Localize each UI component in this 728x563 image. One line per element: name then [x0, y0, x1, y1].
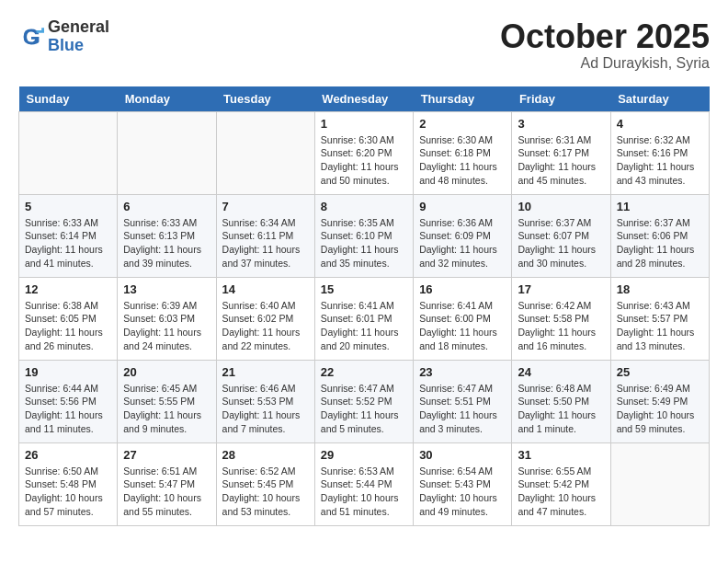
day-info: Sunrise: 6:46 AM Sunset: 5:53 PM Dayligh…: [222, 382, 309, 436]
calendar-cell: 16Sunrise: 6:41 AM Sunset: 6:00 PM Dayli…: [414, 277, 512, 360]
calendar-day-header: Thursday: [414, 86, 512, 112]
day-number: 24: [518, 365, 604, 379]
calendar-cell: [216, 111, 314, 194]
day-info: Sunrise: 6:39 AM Sunset: 6:03 PM Dayligh…: [123, 299, 210, 353]
month-title: October 2025: [500, 18, 710, 55]
day-number: 25: [617, 365, 703, 379]
calendar-cell: 9Sunrise: 6:36 AM Sunset: 6:09 PM Daylig…: [414, 194, 512, 277]
day-info: Sunrise: 6:31 AM Sunset: 6:17 PM Dayligh…: [518, 133, 604, 188]
day-info: Sunrise: 6:53 AM Sunset: 5:44 PM Dayligh…: [321, 465, 407, 519]
calendar-cell: [19, 111, 118, 194]
day-number: 22: [321, 365, 407, 379]
day-info: Sunrise: 6:48 AM Sunset: 5:50 PM Dayligh…: [518, 382, 604, 436]
day-number: 16: [419, 282, 506, 296]
day-info: Sunrise: 6:45 AM Sunset: 5:55 PM Dayligh…: [123, 382, 210, 436]
calendar-week-row: 26Sunrise: 6:50 AM Sunset: 5:48 PM Dayli…: [19, 442, 710, 525]
day-info: Sunrise: 6:52 AM Sunset: 5:45 PM Dayligh…: [222, 465, 309, 519]
calendar-table: SundayMondayTuesdayWednesdayThursdayFrid…: [18, 86, 710, 526]
calendar-cell: 20Sunrise: 6:45 AM Sunset: 5:55 PM Dayli…: [118, 360, 216, 442]
day-number: 31: [518, 448, 604, 462]
day-number: 18: [617, 282, 703, 296]
calendar-week-row: 12Sunrise: 6:38 AM Sunset: 6:05 PM Dayli…: [19, 277, 710, 360]
calendar-cell: 2Sunrise: 6:30 AM Sunset: 6:18 PM Daylig…: [414, 111, 512, 194]
day-info: Sunrise: 6:41 AM Sunset: 6:01 PM Dayligh…: [321, 299, 407, 353]
logo: General Blue: [18, 18, 109, 55]
calendar-cell: 8Sunrise: 6:35 AM Sunset: 6:10 PM Daylig…: [314, 194, 413, 277]
calendar-cell: 7Sunrise: 6:34 AM Sunset: 6:11 PM Daylig…: [216, 194, 314, 277]
calendar-header-row: SundayMondayTuesdayWednesdayThursdayFrid…: [19, 86, 710, 112]
title-block: October 2025 Ad Duraykish, Syria: [500, 18, 710, 72]
day-info: Sunrise: 6:51 AM Sunset: 5:47 PM Dayligh…: [123, 465, 210, 519]
day-number: 15: [321, 282, 407, 296]
calendar-cell: 11Sunrise: 6:37 AM Sunset: 6:06 PM Dayli…: [610, 194, 709, 277]
calendar-cell: 1Sunrise: 6:30 AM Sunset: 6:20 PM Daylig…: [314, 111, 413, 194]
day-info: Sunrise: 6:34 AM Sunset: 6:11 PM Dayligh…: [222, 216, 309, 270]
logo-blue: Blue: [48, 37, 109, 55]
day-number: 8: [321, 200, 407, 213]
calendar-cell: [610, 442, 709, 525]
calendar-cell: 24Sunrise: 6:48 AM Sunset: 5:50 PM Dayli…: [512, 360, 610, 442]
page-header: General Blue October 2025 Ad Duraykish, …: [18, 18, 710, 72]
calendar-week-row: 19Sunrise: 6:44 AM Sunset: 5:56 PM Dayli…: [19, 360, 710, 442]
day-info: Sunrise: 6:32 AM Sunset: 6:16 PM Dayligh…: [617, 133, 703, 188]
calendar-day-header: Sunday: [19, 86, 118, 112]
day-number: 7: [222, 200, 309, 213]
day-info: Sunrise: 6:55 AM Sunset: 5:42 PM Dayligh…: [518, 465, 604, 519]
day-info: Sunrise: 6:44 AM Sunset: 5:56 PM Dayligh…: [25, 382, 111, 436]
calendar-cell: 30Sunrise: 6:54 AM Sunset: 5:43 PM Dayli…: [414, 442, 512, 525]
day-info: Sunrise: 6:33 AM Sunset: 6:13 PM Dayligh…: [123, 216, 210, 270]
calendar-cell: [118, 111, 216, 194]
day-info: Sunrise: 6:42 AM Sunset: 5:58 PM Dayligh…: [518, 299, 604, 353]
calendar-day-header: Wednesday: [314, 86, 413, 112]
calendar-cell: 19Sunrise: 6:44 AM Sunset: 5:56 PM Dayli…: [19, 360, 118, 442]
day-info: Sunrise: 6:37 AM Sunset: 6:07 PM Dayligh…: [518, 216, 604, 270]
calendar-cell: 22Sunrise: 6:47 AM Sunset: 5:52 PM Dayli…: [314, 360, 413, 442]
day-number: 12: [25, 282, 111, 296]
day-info: Sunrise: 6:40 AM Sunset: 6:02 PM Dayligh…: [222, 299, 309, 353]
day-number: 6: [123, 200, 210, 213]
day-info: Sunrise: 6:54 AM Sunset: 5:43 PM Dayligh…: [419, 465, 506, 519]
location: Ad Duraykish, Syria: [500, 55, 710, 72]
day-info: Sunrise: 6:49 AM Sunset: 5:49 PM Dayligh…: [617, 382, 703, 436]
day-number: 20: [123, 365, 210, 379]
calendar-cell: 6Sunrise: 6:33 AM Sunset: 6:13 PM Daylig…: [118, 194, 216, 277]
calendar-cell: 27Sunrise: 6:51 AM Sunset: 5:47 PM Dayli…: [118, 442, 216, 525]
day-number: 3: [518, 117, 604, 131]
day-info: Sunrise: 6:30 AM Sunset: 6:20 PM Dayligh…: [321, 133, 407, 188]
day-info: Sunrise: 6:50 AM Sunset: 5:48 PM Dayligh…: [25, 465, 111, 519]
day-number: 30: [419, 448, 506, 462]
calendar-day-header: Monday: [118, 86, 216, 112]
day-number: 21: [222, 365, 309, 379]
logo-general: General: [48, 18, 109, 37]
calendar-cell: 29Sunrise: 6:53 AM Sunset: 5:44 PM Dayli…: [314, 442, 413, 525]
calendar-cell: 26Sunrise: 6:50 AM Sunset: 5:48 PM Dayli…: [19, 442, 118, 525]
day-number: 11: [617, 200, 703, 213]
day-info: Sunrise: 6:36 AM Sunset: 6:09 PM Dayligh…: [419, 216, 506, 270]
calendar-cell: 28Sunrise: 6:52 AM Sunset: 5:45 PM Dayli…: [216, 442, 314, 525]
day-info: Sunrise: 6:33 AM Sunset: 6:14 PM Dayligh…: [25, 216, 111, 270]
day-number: 28: [222, 448, 309, 462]
calendar-cell: 12Sunrise: 6:38 AM Sunset: 6:05 PM Dayli…: [19, 277, 118, 360]
calendar-week-row: 1Sunrise: 6:30 AM Sunset: 6:20 PM Daylig…: [19, 111, 710, 194]
day-number: 4: [617, 117, 703, 131]
day-number: 23: [419, 365, 506, 379]
day-number: 27: [123, 448, 210, 462]
calendar-week-row: 5Sunrise: 6:33 AM Sunset: 6:14 PM Daylig…: [19, 194, 710, 277]
day-number: 10: [518, 200, 604, 213]
day-number: 9: [419, 200, 506, 213]
calendar-day-header: Saturday: [610, 86, 709, 112]
calendar-cell: 14Sunrise: 6:40 AM Sunset: 6:02 PM Dayli…: [216, 277, 314, 360]
calendar-cell: 13Sunrise: 6:39 AM Sunset: 6:03 PM Dayli…: [118, 277, 216, 360]
calendar-cell: 3Sunrise: 6:31 AM Sunset: 6:17 PM Daylig…: [512, 111, 610, 194]
calendar-cell: 18Sunrise: 6:43 AM Sunset: 5:57 PM Dayli…: [610, 277, 709, 360]
calendar-cell: 4Sunrise: 6:32 AM Sunset: 6:16 PM Daylig…: [610, 111, 709, 194]
day-info: Sunrise: 6:43 AM Sunset: 5:57 PM Dayligh…: [617, 299, 703, 353]
day-info: Sunrise: 6:30 AM Sunset: 6:18 PM Dayligh…: [419, 133, 506, 188]
day-number: 29: [321, 448, 407, 462]
calendar-cell: 10Sunrise: 6:37 AM Sunset: 6:07 PM Dayli…: [512, 194, 610, 277]
day-number: 19: [25, 365, 111, 379]
day-number: 14: [222, 282, 309, 296]
day-number: 5: [25, 200, 111, 213]
day-number: 2: [419, 117, 506, 131]
calendar-day-header: Tuesday: [216, 86, 314, 112]
